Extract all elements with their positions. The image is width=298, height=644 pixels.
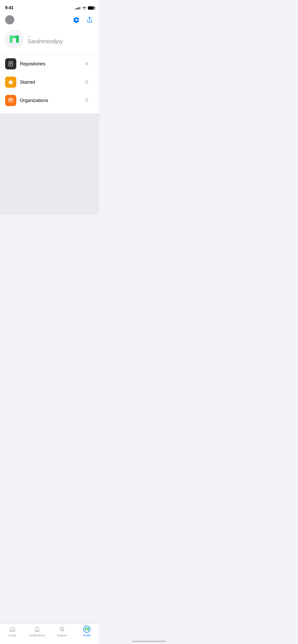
repositories-label: Repositories xyxy=(20,61,82,67)
avatar[interactable] xyxy=(5,30,23,48)
svg-rect-2 xyxy=(16,36,19,43)
status-time: 9:41 xyxy=(5,5,13,10)
organizations-count: 0 xyxy=(85,98,88,103)
svg-rect-4 xyxy=(10,63,12,63)
svg-point-12 xyxy=(10,99,11,99)
toolbar xyxy=(0,12,99,27)
toolbar-actions xyxy=(72,15,94,24)
signal-icon xyxy=(75,6,81,9)
share-icon xyxy=(87,17,93,23)
starred-item[interactable]: Starred 0 › xyxy=(0,73,99,91)
empty-gray-area xyxy=(0,113,99,215)
profile-list: Repositories 0 › Starred 0 › xyxy=(0,55,99,110)
gear-icon xyxy=(73,17,80,23)
repositories-chevron: › xyxy=(93,62,94,66)
profile-name-section: ⌄ Sarahmoodjoy xyxy=(28,34,63,45)
organizations-chevron: › xyxy=(93,98,94,103)
account-switcher[interactable]: ⌄ xyxy=(28,34,63,38)
repositories-item[interactable]: Repositories 0 › xyxy=(0,55,99,73)
status-icons xyxy=(75,6,94,10)
profile-username: Sarahmoodjoy xyxy=(28,38,63,45)
starred-label: Starred xyxy=(20,80,82,85)
back-avatar[interactable] xyxy=(5,15,14,24)
profile-header: ⌄ Sarahmoodjoy xyxy=(0,27,99,54)
org-icon-svg xyxy=(8,97,14,104)
avatar-image xyxy=(8,33,21,46)
organizations-item[interactable]: Organizations 0 › xyxy=(0,91,99,110)
organizations-icon xyxy=(5,95,16,106)
repositories-count: 0 xyxy=(85,61,88,66)
organizations-label: Organizations xyxy=(20,98,82,103)
star-icon-svg xyxy=(8,79,14,85)
repos-icon-svg xyxy=(8,61,14,67)
status-bar: 9:41 xyxy=(0,0,99,12)
svg-point-10 xyxy=(9,100,10,100)
starred-count: 0 xyxy=(85,80,88,85)
starred-icon xyxy=(5,77,16,88)
repositories-icon xyxy=(5,58,16,69)
svg-rect-1 xyxy=(10,36,12,43)
share-button[interactable] xyxy=(85,15,94,24)
app-container: 9:41 xyxy=(0,0,99,215)
svg-point-11 xyxy=(12,100,12,100)
svg-rect-6 xyxy=(10,64,11,65)
battery-icon xyxy=(88,6,94,10)
chevron-down-icon: ⌄ xyxy=(28,34,31,38)
wifi-icon xyxy=(82,6,86,9)
svg-rect-5 xyxy=(10,64,12,64)
settings-button[interactable] xyxy=(72,15,81,24)
main-content: ⌄ Sarahmoodjoy Repositories 0 xyxy=(0,12,99,113)
starred-chevron: › xyxy=(93,80,94,84)
